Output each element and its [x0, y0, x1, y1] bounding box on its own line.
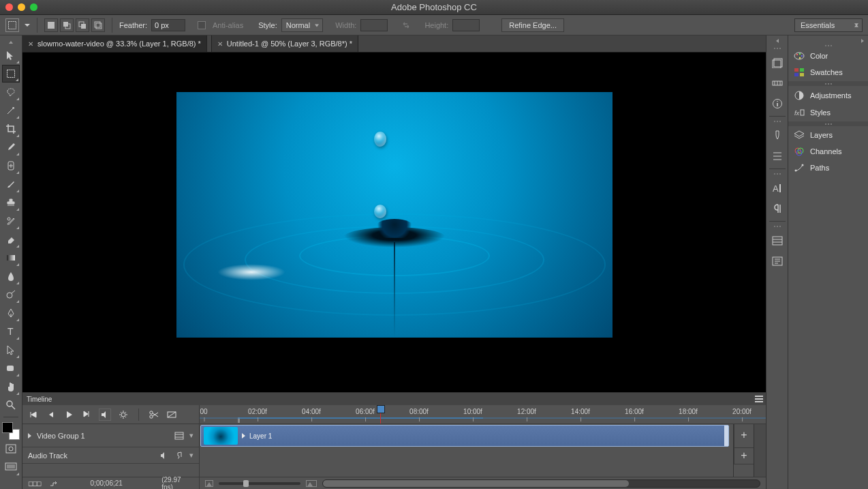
- workspace-selector[interactable]: Essentials: [794, 18, 863, 32]
- blur-tool[interactable]: [2, 267, 20, 285]
- selection-intersect-button[interactable]: [91, 18, 105, 32]
- timeline-header[interactable]: Timeline: [22, 393, 766, 405]
- timecode[interactable]: 0;00;06;21: [91, 479, 123, 487]
- adjustments-panel-tab[interactable]: Adjustments: [788, 87, 868, 104]
- type-tool[interactable]: T: [2, 323, 20, 340]
- window-close-button[interactable]: [5, 3, 13, 11]
- timeline-footer-right: [200, 477, 766, 489]
- eraser-tool[interactable]: [2, 231, 20, 248]
- prev-frame-button[interactable]: [46, 409, 57, 420]
- style-select[interactable]: Normal: [281, 18, 323, 32]
- brush-presets-panel-icon[interactable]: [769, 148, 786, 164]
- quick-mask-toggle[interactable]: [2, 440, 20, 458]
- close-icon[interactable]: ✕: [28, 40, 33, 48]
- disclosure-icon[interactable]: [28, 433, 31, 439]
- color-panel-tab[interactable]: Color: [788, 48, 868, 64]
- crop-tool[interactable]: [2, 120, 20, 138]
- gradient-tool[interactable]: [2, 249, 20, 267]
- ruler-tick: 20:00f: [732, 408, 751, 415]
- audio-mute-icon[interactable]: [159, 451, 169, 460]
- close-icon[interactable]: ✕: [217, 40, 223, 48]
- play-button[interactable]: [63, 409, 74, 420]
- timeline-settings-button[interactable]: [118, 409, 129, 420]
- timeline-ruler[interactable]: 0002:00f04:00f06:00f08:00f10:00f12:00f14…: [200, 405, 766, 424]
- panel-menu-icon[interactable]: [755, 396, 763, 402]
- next-frame-button[interactable]: [81, 409, 92, 420]
- screen-mode-toggle[interactable]: [2, 458, 20, 476]
- styles-panel-tab[interactable]: fxStyles: [788, 104, 868, 121]
- zoom-out-icon[interactable]: [205, 480, 213, 487]
- layers-panel-tab[interactable]: Layers: [788, 127, 868, 143]
- swap-dimensions-icon[interactable]: [401, 20, 411, 30]
- track-filmstrip-icon[interactable]: [174, 431, 184, 441]
- svg-point-13: [7, 293, 12, 298]
- shape-tool[interactable]: [2, 359, 20, 377]
- heal-brush-tool[interactable]: [2, 157, 20, 175]
- clip-end-handle[interactable]: [724, 426, 728, 446]
- move-tool[interactable]: [2, 46, 20, 64]
- transition-button[interactable]: [166, 409, 177, 420]
- timeline-hscroll[interactable]: [322, 479, 760, 488]
- navigator-panel-icon[interactable]: [769, 233, 786, 249]
- history-brush-tool[interactable]: [2, 212, 20, 230]
- document-tab[interactable]: ✕ slowmo-water-video @ 33.3% (Layer 1, R…: [22, 35, 207, 52]
- antialias-checkbox[interactable]: [198, 21, 206, 29]
- tool-preset-dropdown-icon[interactable]: [25, 24, 30, 27]
- feather-input[interactable]: [151, 19, 185, 31]
- dodge-tool[interactable]: [2, 286, 20, 303]
- notes-panel-icon[interactable]: [769, 253, 786, 269]
- window-zoom-button[interactable]: [30, 3, 37, 11]
- dock-collapse-icon[interactable]: [771, 38, 784, 44]
- swatches-panel-tab[interactable]: Swatches: [788, 64, 868, 80]
- svg-point-18: [9, 447, 13, 451]
- svg-rect-40: [794, 68, 799, 72]
- paragraph-panel-icon[interactable]: [769, 201, 786, 217]
- selection-new-button[interactable]: [44, 18, 58, 32]
- audio-note-icon[interactable]: [174, 451, 184, 460]
- zoom-tool[interactable]: [2, 396, 20, 414]
- stamp-tool[interactable]: [2, 194, 20, 211]
- mute-button[interactable]: [99, 409, 111, 421]
- magic-wand-tool[interactable]: [2, 102, 20, 119]
- selection-subtract-button[interactable]: [76, 18, 89, 32]
- timeline-zoom-slider[interactable]: [219, 482, 300, 485]
- split-clip-button[interactable]: [149, 409, 159, 420]
- info-panel-icon[interactable]: [769, 95, 786, 112]
- render-icon[interactable]: [50, 479, 58, 488]
- lasso-tool[interactable]: [2, 83, 20, 101]
- refine-edge-button[interactable]: Refine Edge...: [501, 18, 564, 32]
- properties-panel-icon[interactable]: [769, 75, 786, 91]
- channels-panel-tab[interactable]: Channels: [788, 143, 868, 160]
- app-title: Adobe Photoshop CC: [391, 2, 477, 12]
- brush-tool[interactable]: [2, 175, 20, 193]
- zoom-in-icon[interactable]: [306, 480, 317, 487]
- marquee-tool[interactable]: [2, 65, 20, 83]
- selection-add-button[interactable]: [60, 18, 74, 32]
- timeline-vscroll[interactable]: [754, 424, 766, 477]
- eyedropper-tool[interactable]: [2, 138, 20, 156]
- add-media-button[interactable]: +: [734, 424, 754, 448]
- hand-tool[interactable]: [2, 378, 20, 396]
- pen-tool[interactable]: [2, 304, 20, 322]
- tools-collapse-icon[interactable]: [4, 40, 18, 45]
- history-panel-icon[interactable]: [769, 55, 786, 71]
- active-tool-indicator[interactable]: [5, 18, 19, 32]
- disclosure-icon[interactable]: [242, 433, 245, 439]
- options-bar: Feather: Anti-alias Style: Normal Width:…: [0, 15, 868, 35]
- playhead[interactable]: [380, 406, 381, 424]
- video-clip[interactable]: Layer 1: [200, 425, 729, 447]
- document-tab[interactable]: ✕ Untitled-1 @ 50% (Layer 3, RGB/8*) *: [211, 35, 358, 52]
- dock-expand-icon[interactable]: [788, 38, 868, 44]
- frame-animation-icon[interactable]: ◻◻◻: [28, 479, 40, 487]
- paths-panel-tab[interactable]: Paths: [788, 160, 868, 176]
- brush-panel-icon[interactable]: [769, 128, 786, 144]
- character-panel-icon[interactable]: A: [769, 180, 786, 196]
- path-select-tool[interactable]: [2, 341, 20, 359]
- add-audio-button[interactable]: +: [734, 448, 754, 464]
- timeline-track-area[interactable]: Layer 1: [200, 424, 733, 477]
- window-minimize-button[interactable]: [18, 3, 25, 11]
- go-first-frame-button[interactable]: [28, 409, 39, 420]
- color-swatch[interactable]: [2, 422, 20, 440]
- audio-track-header[interactable]: Audio Track ▾: [22, 447, 199, 464]
- video-group-track-header[interactable]: Video Group 1 ▾: [22, 424, 199, 447]
